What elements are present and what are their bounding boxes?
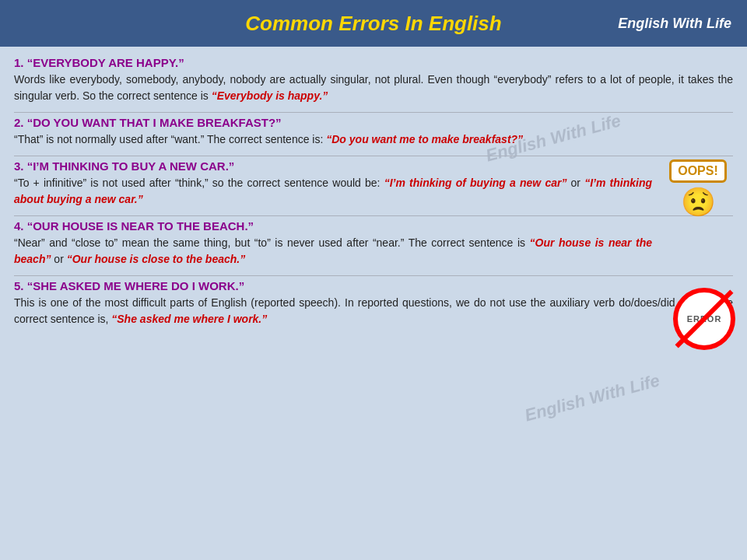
oops-badge: OOPS! 😟 xyxy=(663,159,733,218)
correct-5: “She asked me where I work.” xyxy=(111,313,267,325)
error-item-3: 3. “I’M THINKING TO BUY A NEW CAR.” “To … xyxy=(14,159,733,208)
error-item-5: 5. “SHE ASKED ME WHERE DO I WORK.” This … xyxy=(14,279,733,327)
no-sign-icon: ERROR xyxy=(673,288,735,350)
divider-1 xyxy=(14,112,733,113)
error-body-5: This is one of the most difficult parts … xyxy=(14,295,733,327)
error-body-4: “Near” and “close to” mean the same thin… xyxy=(14,235,652,268)
error-item-2: 2. “DO YOU WANT THAT I MAKE BREAKFAST?” … xyxy=(14,116,733,148)
error-body-3: “To + infinitive” is not used after “thi… xyxy=(14,175,652,208)
divider-2 xyxy=(14,156,733,156)
error-heading-2: 2. “DO YOU WANT THAT I MAKE BREAKFAST?” xyxy=(14,116,733,129)
correct-4b: “Our house is close to the beach.” xyxy=(67,253,246,265)
correct-2: “Do you want me to make breakfast?” xyxy=(326,133,523,145)
divider-3 xyxy=(14,215,733,216)
error-item-1: 1. “EVERYBODY ARE HAPPY.” Words like eve… xyxy=(14,56,733,104)
brand-label: English With Life xyxy=(618,16,731,32)
content-area: English With Life English With Life OOPS… xyxy=(0,47,747,560)
error-heading-1: 1. “EVERYBODY ARE HAPPY.” xyxy=(14,56,733,69)
watermark-2: English With Life xyxy=(522,370,661,425)
sad-face-icon: 😟 xyxy=(681,186,716,219)
oops-sign: OOPS! xyxy=(669,159,727,183)
error-sign: ERROR xyxy=(669,284,739,354)
error-body-2: “That” is not normally used after “want.… xyxy=(14,131,652,148)
error-heading-4: 4. “OUR HOUSE IS NEAR TO THE BEACH.” xyxy=(14,219,733,233)
error-heading-5: 5. “SHE ASKED ME WHERE DO I WORK.” xyxy=(14,279,733,292)
correct-3a: “I’m thinking of buying a new car” xyxy=(384,177,567,189)
error-item-4: 4. “OUR HOUSE IS NEAR TO THE BEACH.” “Ne… xyxy=(14,219,733,268)
error-body-1: Words like everybody, somebody, anybody,… xyxy=(14,72,733,104)
error-label: ERROR xyxy=(687,314,722,324)
main-container: Common Errors In English English With Li… xyxy=(0,0,747,560)
divider-4 xyxy=(14,275,733,276)
header: Common Errors In English English With Li… xyxy=(0,0,747,47)
page-title: Common Errors In English xyxy=(245,12,501,36)
correct-1: “Everybody is happy.” xyxy=(212,89,328,102)
error-heading-3: 3. “I’M THINKING TO BUY A NEW CAR.” xyxy=(14,159,733,173)
